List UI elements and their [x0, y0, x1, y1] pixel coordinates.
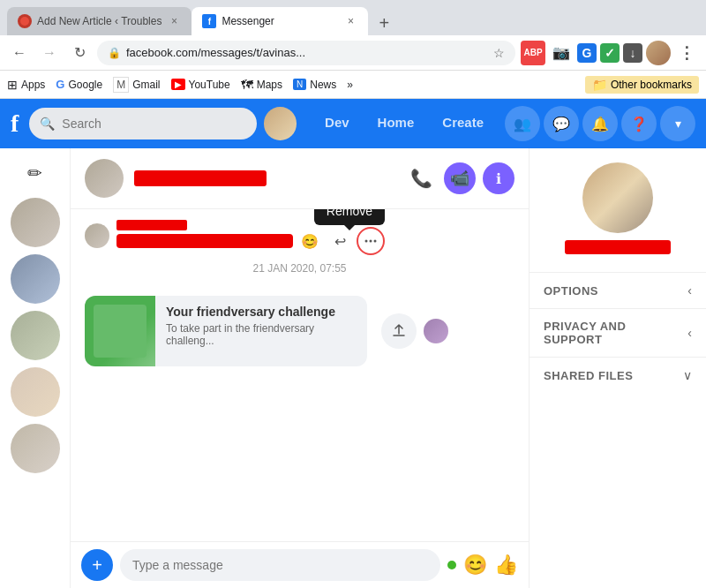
address-bar[interactable]: 🔒 facebook.com/messages/t/avinas... ☆	[97, 41, 515, 65]
refresh-button[interactable]: ↻	[67, 41, 92, 65]
friendversary-row: Your friendversary challenge To take par…	[85, 296, 514, 366]
chat-header-actions: 📞 📹 ℹ	[405, 162, 514, 194]
tab-article-close[interactable]: ×	[167, 14, 181, 28]
message-row-1: 😊 ↩	[85, 220, 514, 248]
options-header[interactable]: OPTIONS ‹	[544, 283, 692, 298]
extension-icon-2[interactable]: ✓	[600, 43, 620, 63]
right-profile-section	[530, 148, 706, 272]
message-bubble-area-1: 😊 ↩	[116, 220, 293, 248]
contact-item-3[interactable]	[11, 311, 60, 360]
tab-messenger-close[interactable]: ×	[343, 14, 357, 28]
bookmark-maps[interactable]: 🗺 Maps	[241, 78, 282, 92]
tab-article[interactable]: Add New Article ‹ Troubles ×	[7, 7, 192, 35]
nav-bar: ← → ↻ 🔒 facebook.com/messages/t/avinas..…	[0, 35, 706, 71]
friends-icon-btn[interactable]: 👥	[505, 106, 540, 141]
bookmark-youtube-label: YouTube	[189, 79, 230, 91]
compose-button[interactable]: ✏	[18, 155, 53, 191]
bookmarks-more[interactable]: »	[347, 79, 353, 91]
lock-icon: 🔒	[108, 47, 121, 59]
tab-messenger-favicon: f	[202, 14, 216, 28]
bookmark-google[interactable]: G Google	[56, 78, 102, 91]
fv-content: Your friendversary challenge To take par…	[155, 296, 367, 366]
bookmark-news[interactable]: N News	[293, 79, 336, 91]
help-icon-btn[interactable]: ❓	[621, 106, 657, 141]
news-icon: N	[293, 79, 306, 90]
forward-button[interactable]: →	[37, 41, 62, 65]
bookmark-google-label: Google	[68, 79, 102, 91]
svg-point-2	[370, 240, 372, 243]
compose-icon: ✏	[27, 162, 42, 184]
facebook-ui: f 🔍 Dev Home Create 👥 💬 🔔 ❓ ▾ ✏	[0, 99, 706, 588]
right-contact-name	[565, 240, 671, 254]
fb-nav-create[interactable]: Create	[428, 108, 498, 139]
files-section[interactable]: SHARED FILES ∨	[530, 357, 706, 393]
files-chevron[interactable]: ∨	[683, 368, 692, 382]
address-text: facebook.com/messages/t/avinas...	[126, 46, 488, 59]
messenger-icon-btn[interactable]: 💬	[544, 106, 579, 141]
fb-search-icon: 🔍	[40, 117, 55, 131]
fb-user-avatar[interactable]	[264, 107, 297, 140]
camera-icon[interactable]: 📷	[549, 41, 574, 65]
extension-icon-1[interactable]: G	[577, 43, 597, 63]
browser-menu-button[interactable]: ⋮	[674, 41, 699, 65]
fb-nav: Dev Home Create	[311, 108, 498, 139]
privacy-chevron[interactable]: ‹	[687, 326, 692, 340]
browser-chrome: Add New Article ‹ Troubles × f Messenger…	[0, 0, 706, 99]
privacy-title: PRIVACY AND SUPPORT	[544, 320, 687, 346]
contact-item-5[interactable]	[11, 424, 60, 473]
fv-image-inner	[94, 305, 146, 358]
files-title: SHARED FILES	[544, 369, 633, 382]
online-indicator	[447, 561, 456, 569]
bookmark-apps[interactable]: ⊞ Apps	[7, 78, 45, 92]
fb-search-input[interactable]	[62, 117, 221, 131]
message-sender-avatar	[85, 223, 109, 248]
attach-button[interactable]: +	[81, 549, 113, 581]
info-button[interactable]: ℹ	[483, 162, 514, 194]
like-button[interactable]: 👍	[494, 554, 518, 577]
contact-item-4[interactable]	[11, 367, 60, 417]
share-button[interactable]	[381, 313, 417, 349]
right-panel: OPTIONS ‹ PRIVACY AND SUPPORT ‹ SHARED F…	[530, 148, 706, 588]
bookmark-gmail-label: Gmail	[132, 79, 160, 91]
video-call-button[interactable]: 📹	[444, 162, 476, 194]
reply-button[interactable]: ↩	[327, 228, 353, 254]
fb-search-box[interactable]: 🔍	[29, 108, 256, 139]
fb-header: f 🔍 Dev Home Create 👥 💬 🔔 ❓ ▾	[0, 99, 706, 148]
bookmark-gmail[interactable]: M Gmail	[113, 77, 160, 93]
privacy-header[interactable]: PRIVACY AND SUPPORT ‹	[544, 320, 692, 346]
account-chevron-btn[interactable]: ▾	[660, 106, 695, 141]
options-chevron[interactable]: ‹	[687, 283, 692, 298]
fv-title: Your friendversary challenge	[166, 305, 357, 319]
star-icon[interactable]: ☆	[493, 46, 505, 60]
other-bookmarks-label: Other bookmarks	[611, 79, 692, 91]
tab-messenger[interactable]: f Messenger ×	[192, 7, 368, 35]
emoji-reaction-button[interactable]: 😊	[297, 228, 323, 254]
bookmark-apps-label: Apps	[21, 79, 45, 91]
back-button[interactable]: ←	[7, 41, 32, 65]
extension-icon-3[interactable]: ↓	[623, 43, 642, 63]
emoji-button[interactable]: 😊	[463, 554, 487, 577]
fb-nav-home[interactable]: Home	[364, 108, 429, 139]
fb-nav-dev[interactable]: Dev	[311, 108, 364, 139]
message-bubble-redacted: 😊 ↩	[116, 234, 293, 248]
more-options-button[interactable]	[357, 227, 385, 255]
notifications-icon-btn[interactable]: 🔔	[582, 106, 618, 141]
friendversary-card[interactable]: Your friendversary challenge To take par…	[85, 296, 367, 366]
message-input[interactable]	[120, 549, 440, 581]
contact-item-1[interactable]	[11, 198, 60, 247]
new-tab-button[interactable]: +	[372, 11, 396, 35]
bookmark-youtube[interactable]: ▶ YouTube	[171, 79, 230, 91]
call-button[interactable]: 📞	[405, 162, 437, 194]
privacy-section[interactable]: PRIVACY AND SUPPORT ‹	[530, 308, 706, 357]
sender-name-redacted	[116, 220, 187, 230]
fv-description: To take part in the friendversary challe…	[166, 322, 357, 347]
abp-button[interactable]: ABP	[521, 41, 545, 65]
chat-contact-avatar	[85, 159, 124, 198]
files-header[interactable]: SHARED FILES ∨	[544, 368, 692, 382]
options-section[interactable]: OPTIONS ‹	[530, 272, 706, 308]
chat-header: 📞 📹 ℹ	[71, 148, 529, 209]
profile-avatar[interactable]	[646, 41, 671, 65]
contact-item-2[interactable]	[11, 254, 60, 304]
maps-icon: 🗺	[241, 78, 253, 92]
other-bookmarks[interactable]: 📁 Other bookmarks	[585, 76, 699, 94]
